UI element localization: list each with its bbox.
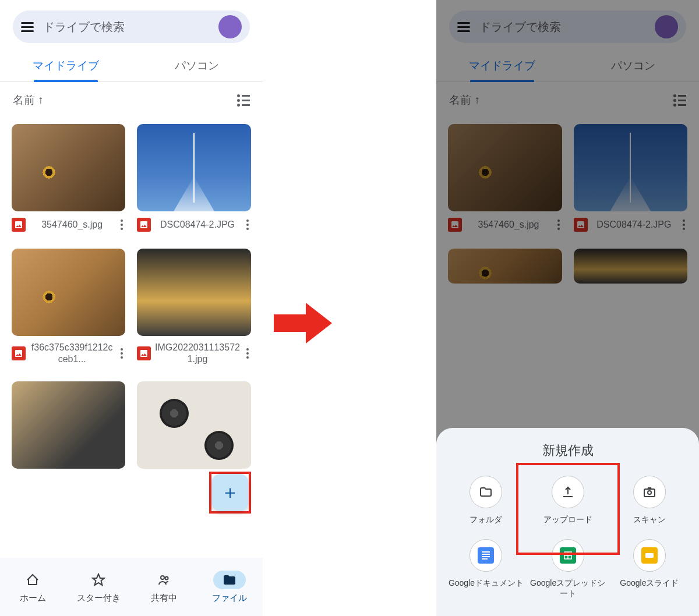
search-placeholder: ドライブで検索	[43, 19, 218, 35]
more-icon[interactable]	[244, 346, 251, 361]
svg-point-1	[165, 576, 168, 579]
file-item[interactable]: IMG20220311135721.jpg	[137, 249, 250, 371]
image-icon	[12, 218, 26, 232]
upload-icon	[561, 485, 575, 499]
home-icon	[16, 571, 49, 589]
new-sheets-button[interactable]: Googleスプレッドシート	[530, 539, 606, 599]
upload-button[interactable]: アップロード	[530, 476, 606, 525]
sheet-title: 新規作成	[448, 442, 687, 459]
nav-starred[interactable]: スター付き	[66, 558, 132, 616]
folder-icon	[479, 485, 493, 499]
sort-button[interactable]: 名前 ↑	[13, 93, 44, 108]
svg-rect-2	[644, 489, 655, 497]
thumbnail	[137, 124, 250, 211]
arrow-icon	[274, 303, 332, 346]
camera-icon	[642, 485, 656, 499]
transition-gap	[263, 0, 344, 616]
tab-pc[interactable]: パソコン	[131, 50, 262, 82]
file-item[interactable]	[12, 381, 125, 469]
nav-shared[interactable]: 共有中	[131, 558, 197, 616]
list-view-icon[interactable]	[237, 94, 250, 107]
sort-row: 名前 ↑	[0, 82, 263, 118]
phone-screen-left: ドライブで検索 マイドライブ パソコン 名前 ↑ 3547460_s.jpg D…	[0, 0, 263, 616]
phone-screen-right: ドライブで検索 マイドライブ パソコン 名前 ↑ 3547460_s.jpg D…	[436, 0, 699, 616]
file-item[interactable]: 3547460_s.jpg	[12, 124, 125, 238]
new-folder-button[interactable]: フォルダ	[448, 476, 524, 525]
nav-home[interactable]: ホーム	[0, 558, 66, 616]
thumbnail	[12, 249, 125, 336]
fab-new-button[interactable]: ＋	[211, 474, 249, 511]
avatar[interactable]	[218, 15, 242, 38]
more-icon[interactable]	[118, 217, 125, 232]
file-item[interactable]: DSC08474-2.JPG	[137, 124, 250, 238]
more-icon[interactable]	[118, 346, 125, 361]
file-name: IMG20220311135721.jpg	[154, 342, 240, 365]
tab-mydrive[interactable]: マイドライブ	[0, 50, 131, 82]
scan-button[interactable]: スキャン	[612, 476, 687, 525]
new-sheet: 新規作成 フォルダ アップロード スキャン Googleドキュメント Googl…	[436, 428, 699, 616]
file-name: 3547460_s.jpg	[29, 219, 115, 231]
file-item[interactable]: f36c375c339f1212cceb1...	[12, 249, 125, 371]
file-name: f36c375c339f1212cceb1...	[29, 342, 115, 365]
more-icon[interactable]	[244, 217, 251, 232]
nav-files[interactable]: ファイル	[197, 558, 263, 616]
search-bar[interactable]: ドライブで検索	[13, 10, 250, 43]
folder-icon	[213, 571, 246, 589]
star-icon	[82, 571, 115, 589]
plus-icon: ＋	[221, 480, 239, 505]
file-grid: 3547460_s.jpg DSC08474-2.JPG f36c375c339…	[0, 118, 263, 475]
thumbnail	[12, 124, 125, 211]
people-icon	[148, 571, 181, 589]
file-name: DSC08474-2.JPG	[154, 219, 240, 231]
image-icon	[137, 218, 151, 232]
docs-icon	[478, 547, 494, 564]
new-docs-button[interactable]: Googleドキュメント	[448, 539, 524, 599]
sheets-icon	[560, 547, 576, 564]
svg-point-3	[648, 491, 651, 494]
tabs: マイドライブ パソコン	[0, 50, 263, 82]
menu-icon[interactable]	[21, 22, 34, 32]
file-item[interactable]	[137, 381, 250, 469]
svg-point-0	[161, 576, 164, 579]
image-icon	[137, 346, 151, 360]
new-slides-button[interactable]: Googleスライド	[612, 539, 687, 599]
bottom-nav: ホーム スター付き 共有中 ファイル	[0, 558, 263, 616]
thumbnail	[12, 381, 125, 469]
thumbnail	[137, 381, 250, 469]
thumbnail	[137, 249, 250, 336]
slides-icon	[641, 547, 658, 564]
image-icon	[12, 346, 26, 360]
